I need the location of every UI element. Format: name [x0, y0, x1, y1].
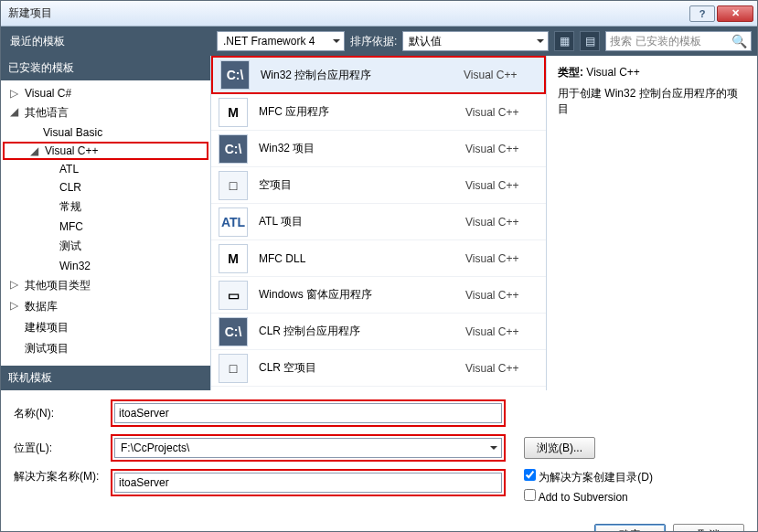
view-small-icon[interactable]: ▦ — [554, 31, 574, 51]
window-title: 新建项目 — [8, 5, 689, 21]
template-item[interactable]: MMFC 应用程序Visual C++ — [211, 94, 546, 131]
template-icon: C:\ — [219, 134, 248, 164]
tree-item--[interactable]: 测试 — [3, 236, 208, 257]
tree-item-clr[interactable]: CLR — [3, 178, 208, 197]
browse-button[interactable]: 浏览(B)... — [524, 437, 595, 459]
solution-name-label: 解决方案名称(M): — [14, 469, 111, 484]
tree-item-label: 其他语言 — [25, 106, 69, 119]
tree-item-label: MFC — [59, 220, 83, 233]
expander-icon[interactable]: ▷ — [8, 299, 19, 312]
details-pane: 类型: Visual C++ 用于创建 Win32 控制台应用程序的项目 — [547, 56, 757, 390]
tree-item-label: Visual C# — [25, 87, 71, 100]
template-item[interactable]: C:\Win32 控制台应用程序Visual C++ — [211, 56, 546, 94]
framework-combo[interactable]: .NET Framework 4 — [217, 31, 345, 51]
title-bar: 新建项目 ? ✕ — [1, 1, 757, 27]
template-icon: □ — [219, 354, 248, 383]
tree-item-visual-c-[interactable]: ◢Visual C++ — [3, 142, 208, 160]
template-name: MFC DLL — [259, 252, 465, 265]
location-combo[interactable]: F:\CcProjects\ — [114, 438, 502, 458]
template-name: ATL 项目 — [259, 214, 465, 229]
template-icon: M — [219, 98, 248, 127]
dialog-footer: 确定 取消 — [1, 515, 757, 532]
type-label: 类型: — [558, 66, 583, 79]
template-name: MFC 应用程序 — [259, 104, 465, 120]
template-name: 空项目 — [259, 177, 465, 193]
add-to-svn-checkbox[interactable]: Add to Subversion — [524, 489, 653, 504]
tree-item-visual-basic[interactable]: Visual Basic — [3, 123, 208, 142]
tree-item--[interactable]: ◢其他语言 — [3, 102, 208, 123]
template-category: Visual C++ — [465, 143, 539, 155]
tree-item-mfc[interactable]: MFC — [3, 218, 208, 236]
tree-item-label: 测试项目 — [25, 342, 69, 355]
cancel-button[interactable]: 取消 — [673, 524, 744, 532]
template-icon: C:\ — [219, 317, 248, 346]
tree-item-label: CLR — [59, 181, 81, 194]
expander-icon[interactable]: ▷ — [8, 278, 19, 291]
solution-name-input[interactable] — [114, 473, 502, 493]
template-category: Visual C++ — [465, 216, 539, 229]
expander-icon[interactable]: ◢ — [28, 144, 39, 157]
template-item[interactable]: C:\CLR 控制台应用程序Visual C++ — [211, 314, 546, 350]
tree-item-visual-c-[interactable]: ▷Visual C# — [3, 84, 208, 102]
tree-item-label: ATL — [59, 163, 79, 176]
tree-item-label: Visual C++ — [45, 144, 98, 157]
tree-item--[interactable]: ▷数据库 — [3, 296, 208, 317]
template-category: Visual C++ — [465, 362, 539, 375]
name-label: 名称(N): — [14, 406, 111, 421]
create-dir-checkbox[interactable]: 为解决方案创建目录(D) — [524, 469, 653, 485]
installed-templates-header: 已安装的模板 — [1, 56, 210, 80]
template-category: Visual C++ — [465, 289, 539, 302]
template-name: CLR 空项目 — [259, 360, 465, 376]
toolbar: 最近的模板 .NET Framework 4 排序依据: 默认值 ▦ ▤ 搜索 … — [1, 27, 757, 56]
tree-item--[interactable]: 常规 — [3, 197, 208, 218]
online-templates-header[interactable]: 联机模板 — [1, 366, 210, 390]
search-placeholder: 搜索 已安装的模板 — [610, 34, 700, 49]
sort-label: 排序依据: — [350, 34, 397, 49]
ok-button[interactable]: 确定 — [594, 524, 666, 532]
tree-item--[interactable]: 建模项目 — [3, 317, 208, 338]
template-icon: C:\ — [220, 60, 250, 90]
template-list[interactable]: C:\Win32 控制台应用程序Visual C++MMFC 应用程序Visua… — [211, 56, 547, 390]
template-category: Visual C++ — [464, 69, 537, 81]
template-name: Win32 控制台应用程序 — [261, 68, 464, 83]
template-category: Visual C++ — [465, 325, 539, 338]
type-value: Visual C++ — [586, 66, 639, 79]
template-tree[interactable]: ▷Visual C#◢其他语言Visual Basic◢Visual C++AT… — [1, 80, 210, 362]
tree-item-label: 常规 — [59, 200, 81, 213]
template-item[interactable]: ▭Windows 窗体应用程序Visual C++ — [211, 277, 546, 314]
view-large-icon[interactable]: ▤ — [580, 31, 600, 51]
help-button[interactable]: ? — [689, 5, 715, 22]
tree-item--[interactable]: 测试项目 — [3, 338, 208, 359]
template-icon: ATL — [219, 207, 248, 237]
template-category: Visual C++ — [465, 106, 539, 119]
name-input[interactable] — [114, 403, 502, 423]
tree-item-label: Visual Basic — [43, 126, 102, 139]
tree-item--[interactable]: ▷其他项目类型 — [3, 275, 208, 296]
search-input[interactable]: 搜索 已安装的模板 🔍 — [605, 31, 752, 51]
template-item[interactable]: MMFC DLLVisual C++ — [211, 240, 546, 277]
template-icon: □ — [219, 171, 248, 200]
template-item[interactable]: C:\Win32 项目Visual C++ — [211, 131, 546, 167]
left-pane: 已安装的模板 ▷Visual C#◢其他语言Visual Basic◢Visua… — [1, 56, 211, 390]
tree-item-label: 数据库 — [25, 300, 58, 313]
expander-icon[interactable]: ▷ — [8, 87, 19, 100]
template-name: Windows 窗体应用程序 — [259, 287, 465, 303]
template-description: 用于创建 Win32 控制台应用程序的项目 — [558, 86, 746, 117]
search-icon[interactable]: 🔍 — [731, 34, 747, 48]
template-icon: M — [219, 244, 248, 273]
template-item[interactable]: □CLR 空项目Visual C++ — [211, 350, 546, 387]
template-item[interactable]: ATLATL 项目Visual C++ — [211, 204, 546, 240]
location-label: 位置(L): — [14, 441, 111, 456]
tree-item-win32[interactable]: Win32 — [3, 257, 208, 275]
template-name: Win32 项目 — [259, 141, 465, 156]
template-name: CLR 控制台应用程序 — [259, 324, 465, 339]
expander-icon[interactable]: ◢ — [8, 105, 19, 118]
template-category: Visual C++ — [465, 252, 539, 265]
close-button[interactable]: ✕ — [717, 5, 753, 22]
tree-item-atl[interactable]: ATL — [3, 160, 208, 178]
tree-item-label: Win32 — [59, 260, 91, 272]
sort-combo[interactable]: 默认值 — [402, 31, 549, 51]
template-item[interactable]: □空项目Visual C++ — [211, 167, 546, 204]
form-area: 名称(N): 位置(L): F:\CcProjects\ 浏览(B)... 解决… — [1, 390, 757, 507]
tree-item-label: 建模项目 — [25, 321, 69, 334]
